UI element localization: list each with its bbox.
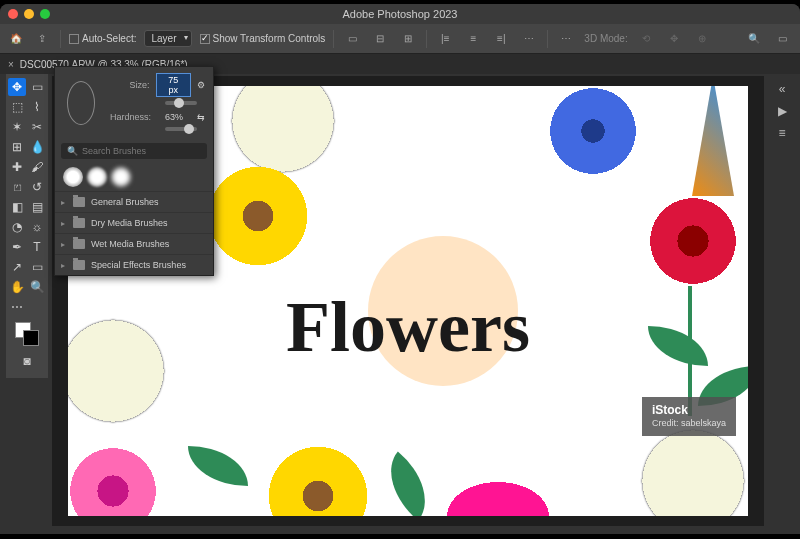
lasso-tool[interactable]: ⌇ <box>28 98 46 116</box>
blur-tool[interactable]: ◔ <box>8 218 26 236</box>
app-window: Adobe Photoshop 2023 🏠 ⇪ Auto-Select: La… <box>0 4 800 534</box>
home-icon[interactable]: 🏠 <box>8 31 24 47</box>
show-transform-checkbox[interactable]: Show Transform Controls <box>200 33 326 44</box>
brush-folder[interactable]: Dry Media Brushes <box>55 212 213 233</box>
brush-angle-control[interactable] <box>67 81 95 125</box>
yellow-daisy-graphic <box>258 436 378 516</box>
brush-preset[interactable] <box>87 167 107 187</box>
eraser-tool[interactable]: ◧ <box>8 198 26 216</box>
auto-select-dropdown[interactable]: Layer <box>144 30 191 47</box>
watermark-credit: Credit: sabelskaya <box>652 418 726 430</box>
quick-mask-icon[interactable]: ◙ <box>18 352 36 370</box>
expand-panels-icon[interactable]: « <box>779 82 786 96</box>
align-icon[interactable]: ⊞ <box>398 29 418 49</box>
dodge-tool[interactable]: ☼ <box>28 218 46 236</box>
gradient-tool[interactable]: ▤ <box>28 198 46 216</box>
distribute-icon[interactable]: ⋯ <box>519 29 539 49</box>
close-window-button[interactable] <box>8 9 18 19</box>
more-icon[interactable]: ⋯ <box>556 29 576 49</box>
bird-of-paradise-graphic <box>678 86 748 196</box>
gerbera-graphic <box>438 476 558 516</box>
window-controls <box>8 9 50 19</box>
move-tool[interactable]: ✥ <box>8 78 26 96</box>
pen-tool[interactable]: ✒ <box>8 238 26 256</box>
edit-toolbar[interactable]: ⋯ <box>8 298 26 316</box>
shape-tool[interactable]: ▭ <box>28 258 46 276</box>
app-title: Adobe Photoshop 2023 <box>0 8 800 20</box>
folder-icon <box>73 239 85 249</box>
brush-folder[interactable]: General Brushes <box>55 191 213 212</box>
right-panel-strip: « ▶ ≡ <box>768 76 796 140</box>
path-tool[interactable]: ↗ <box>8 258 26 276</box>
sunflower-graphic <box>198 156 318 276</box>
brush-folder[interactable]: Special Effects Brushes <box>55 254 213 275</box>
folder-icon <box>73 260 85 270</box>
artboard-tool[interactable]: ▭ <box>28 78 46 96</box>
search-icon: 🔍 <box>67 146 78 156</box>
align-center-icon[interactable]: ≡ <box>463 29 483 49</box>
align-left-icon[interactable]: |≡ <box>435 29 455 49</box>
close-tab-icon[interactable]: × <box>8 59 14 70</box>
brush-search-input[interactable]: 🔍 Search Brushes <box>61 143 207 159</box>
brush-size-field[interactable]: 75 px <box>156 73 191 97</box>
frame-tool[interactable]: ⊞ <box>8 138 26 156</box>
folder-icon <box>73 197 85 207</box>
search-icon[interactable]: 🔍 <box>744 29 764 49</box>
brush-preset[interactable] <box>111 167 131 187</box>
brush-size-slider[interactable] <box>165 101 197 105</box>
maximize-window-button[interactable] <box>40 9 50 19</box>
brush-hardness-slider[interactable] <box>165 127 197 131</box>
leaf-graphic <box>372 451 444 516</box>
brush-hardness-field[interactable]: 63% <box>157 111 191 123</box>
brush-folder[interactable]: Wet Media Brushes <box>55 233 213 254</box>
cornflower-graphic <box>538 86 648 186</box>
dolly-icon[interactable]: ⊕ <box>692 29 712 49</box>
marquee-tool[interactable]: ⬚ <box>8 98 26 116</box>
quick-select-tool[interactable]: ✶ <box>8 118 26 136</box>
zoom-tool[interactable]: 🔍 <box>28 278 46 296</box>
size-label: Size: <box>105 80 150 90</box>
flip-icon[interactable]: ⇆ <box>197 112 205 122</box>
align-right-icon[interactable]: ≡| <box>491 29 511 49</box>
orbit-icon[interactable]: ⟲ <box>636 29 656 49</box>
watermark-brand: iStock <box>652 403 726 419</box>
heal-tool[interactable]: ✚ <box>8 158 26 176</box>
tools-panel: ✥ ▭ ⬚ ⌇ ✶ ✂ ⊞ 💧 ✚ 🖌 ⏍ ↺ ◧ ▤ ◔ ☼ ✒ T ↗ ▭ … <box>6 74 48 378</box>
options-bar: 🏠 ⇪ Auto-Select: Layer Show Transform Co… <box>0 24 800 54</box>
brush-preset-panel: Size: 75 px ⚙ Hardness: 63% ⇆ 🔍 Search B… <box>54 66 214 276</box>
workspace-icon[interactable]: ▭ <box>772 29 792 49</box>
pink-rose-graphic <box>68 436 168 516</box>
gear-icon[interactable]: ⚙ <box>197 80 205 90</box>
play-icon[interactable]: ▶ <box>778 104 787 118</box>
brush-tool[interactable]: 🖌 <box>28 158 46 176</box>
titlebar: Adobe Photoshop 2023 <box>0 4 800 24</box>
hand-tool[interactable]: ✋ <box>8 278 26 296</box>
pan-icon[interactable]: ✥ <box>664 29 684 49</box>
brush-preset[interactable] <box>63 167 83 187</box>
stamp-tool[interactable]: ⏍ <box>8 178 26 196</box>
align-icon[interactable]: ▭ <box>342 29 362 49</box>
eyedropper-tool[interactable]: 💧 <box>28 138 46 156</box>
crop-tool[interactable]: ✂ <box>28 118 46 136</box>
folder-icon <box>73 218 85 228</box>
share-icon[interactable]: ⇪ <box>32 29 52 49</box>
auto-select-checkbox[interactable]: Auto-Select: <box>69 33 136 44</box>
brush-preset-row <box>55 163 213 191</box>
three-d-mode-label: 3D Mode: <box>584 33 627 44</box>
history-brush-tool[interactable]: ↺ <box>28 178 46 196</box>
panel-icon[interactable]: ≡ <box>778 126 785 140</box>
red-rose-graphic <box>638 186 748 296</box>
align-icon[interactable]: ⊟ <box>370 29 390 49</box>
stock-watermark: iStock Credit: sabelskaya <box>642 397 736 436</box>
hardness-label: Hardness: <box>105 112 151 122</box>
leaf-graphic <box>188 446 248 486</box>
color-swatch[interactable] <box>15 322 39 346</box>
minimize-window-button[interactable] <box>24 9 34 19</box>
headline-text: Flowers <box>68 286 748 369</box>
type-tool[interactable]: T <box>28 238 46 256</box>
